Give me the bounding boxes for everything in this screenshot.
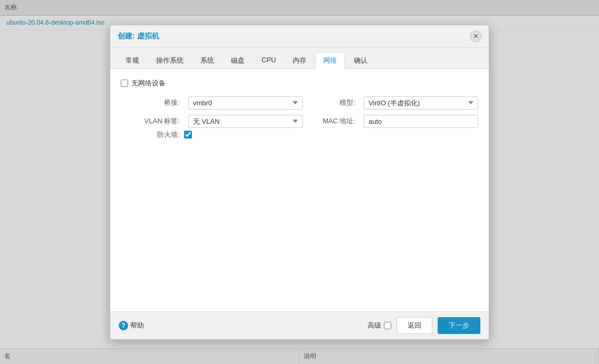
firewall-label: 防火墙: (121, 130, 184, 140)
vlan-select-wrapper: 无 VLAN (188, 115, 303, 128)
tab-disk[interactable]: 磁盘 (223, 52, 253, 68)
tab-confirm[interactable]: 确认 (346, 52, 375, 68)
tab-system[interactable]: 系统 (192, 52, 222, 68)
advanced-checkbox[interactable] (384, 322, 391, 329)
mac-input[interactable] (364, 115, 478, 128)
no-network-label[interactable]: 无网络设备 (131, 78, 166, 88)
network-form: 桥接: vmbr0 模型: VirtIO (半虚拟化)E1000RTL8139 … (121, 96, 478, 128)
dialog-title: 创建: 虚拟机 (118, 32, 159, 41)
bridge-select[interactable]: vmbr0 (188, 96, 303, 110)
help-icon[interactable]: ? (119, 321, 128, 330)
next-button[interactable]: 下一步 (438, 317, 480, 334)
create-vm-dialog: 创建: 虚拟机 ✕ 常规 操作系统 系统 磁盘 CPU 内存 网络 确认 无网络… (110, 25, 489, 340)
firewall-row: 防火墙: (121, 130, 478, 140)
help-text[interactable]: 帮助 (130, 321, 144, 330)
back-button[interactable]: 返回 (397, 317, 432, 334)
vlan-label: VLAN 标签: (121, 116, 184, 126)
tab-os[interactable]: 操作系统 (148, 52, 191, 68)
footer-right: 高级 返回 下一步 (368, 317, 480, 334)
tab-general[interactable]: 常规 (118, 52, 147, 68)
model-select[interactable]: VirtIO (半虚拟化)E1000RTL8139 (364, 96, 478, 110)
tab-bar: 常规 操作系统 系统 磁盘 CPU 内存 网络 确认 (110, 48, 489, 69)
advanced-row: 高级 (368, 321, 391, 330)
tab-memory[interactable]: 内存 (285, 52, 314, 68)
model-label: 模型: (307, 98, 360, 107)
vlan-select[interactable]: 无 VLAN (188, 115, 303, 128)
tab-network[interactable]: 网络 (315, 52, 345, 69)
dialog-body: 无网络设备 桥接: vmbr0 模型: VirtIO (半虚拟化)E1000RT… (110, 69, 489, 311)
bridge-label: 桥接: (121, 98, 184, 107)
no-network-row: 无网络设备 (121, 78, 478, 88)
firewall-checkbox[interactable] (184, 131, 192, 139)
bridge-select-wrapper: vmbr0 (188, 96, 303, 110)
tab-cpu[interactable]: CPU (254, 52, 284, 68)
dialog-title-bar: 创建: 虚拟机 ✕ (110, 25, 489, 48)
modal-overlay: 创建: 虚拟机 ✕ 常规 操作系统 系统 磁盘 CPU 内存 网络 确认 无网络… (0, 0, 599, 364)
footer-left: ? 帮助 (119, 321, 144, 330)
no-network-checkbox[interactable] (121, 80, 128, 87)
mac-label: MAC 地址: (307, 116, 360, 126)
dialog-footer: ? 帮助 高级 返回 下一步 (110, 311, 489, 339)
mac-input-wrapper (364, 115, 478, 128)
model-select-wrapper: VirtIO (半虚拟化)E1000RTL8139 (364, 96, 478, 110)
close-button[interactable]: ✕ (470, 31, 481, 42)
advanced-label: 高级 (368, 321, 381, 330)
